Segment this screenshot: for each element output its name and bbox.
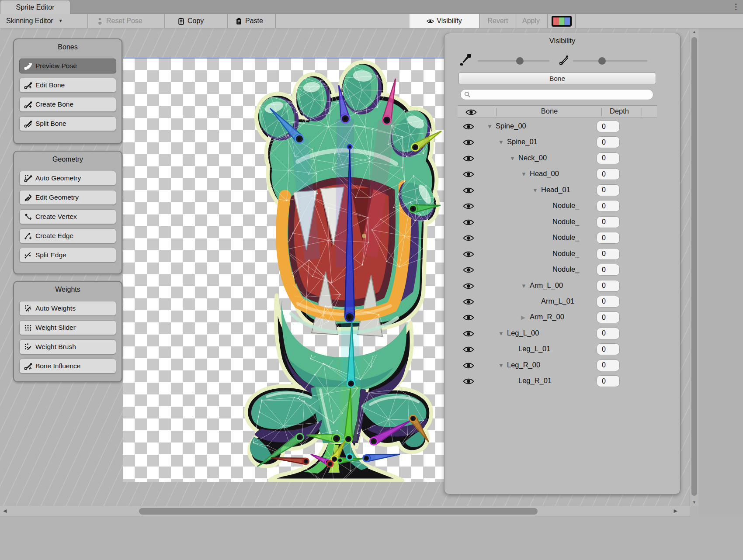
depth-input[interactable] [597, 360, 620, 371]
vertical-scrollbar-thumb[interactable] [691, 37, 697, 496]
visibility-eye-toggle[interactable] [463, 378, 474, 385]
foldout-open-icon[interactable]: ▼ [498, 362, 504, 369]
visibility-eye-toggle[interactable] [463, 314, 474, 321]
visibility-eye-toggle[interactable] [463, 298, 474, 305]
depth-input[interactable] [597, 136, 620, 148]
depth-input[interactable] [597, 184, 620, 196]
bone-name[interactable]: Spine_01 [507, 138, 538, 146]
foldout-open-icon[interactable]: ▼ [498, 330, 504, 337]
depth-input[interactable] [597, 152, 620, 164]
visibility-eye-toggle[interactable] [463, 266, 474, 273]
scroll-right-icon[interactable]: ▶ [674, 508, 677, 514]
apply-button[interactable]: Apply [516, 14, 546, 28]
visibility-eye-toggle[interactable] [463, 283, 474, 290]
vertical-scrollbar[interactable]: ▲ ▼ [690, 28, 698, 506]
edit-bone-button[interactable]: Edit Bone [19, 78, 116, 93]
bone-name[interactable]: Head_01 [541, 186, 570, 194]
weight-brush-button[interactable]: Weight Brush [19, 339, 116, 354]
visibility-eye-toggle[interactable] [463, 330, 474, 337]
bone-row-spine_00[interactable]: ▼Spine_00 [444, 119, 672, 135]
bone-row-arm_l_00[interactable]: ▼Arm_L_00 [444, 278, 672, 294]
depth-input[interactable] [597, 248, 620, 260]
tab-bone[interactable]: Bone [458, 73, 656, 84]
bone-row-head_01[interactable]: ▼Head_01 [444, 183, 672, 198]
bone-name[interactable]: Nodule_ [552, 218, 579, 226]
depth-input[interactable] [597, 121, 620, 132]
visibility-eye-toggle[interactable] [463, 139, 474, 146]
bone-row-spine_01[interactable]: ▼Spine_01 [444, 135, 672, 150]
split-bone-button[interactable]: Split Bone [19, 116, 116, 131]
bone-name[interactable]: Arm_L_00 [530, 281, 563, 290]
foldout-open-icon[interactable]: ▼ [510, 155, 515, 162]
foldout-open-icon[interactable]: ▼ [521, 171, 527, 177]
bone-name[interactable]: Neck_00 [518, 154, 547, 162]
bone-name[interactable]: Nodule_ [552, 233, 579, 242]
auto-weights-button[interactable]: Auto Weights [19, 301, 116, 316]
foldout-open-icon[interactable]: ▼ [487, 123, 493, 130]
depth-input[interactable] [597, 232, 620, 244]
foldout-closed-icon[interactable]: ▶ [521, 314, 525, 321]
bone-row-nodule_[interactable]: Nodule_ [444, 198, 672, 214]
edit-geometry-button[interactable]: Edit Geometry [19, 190, 116, 205]
bone-row-leg_l_00[interactable]: ▼Leg_L_00 [444, 326, 672, 342]
horizontal-scrollbar-thumb[interactable] [139, 508, 538, 515]
copy-button[interactable]: Copy [174, 14, 207, 28]
window-menu-icon[interactable]: ⋮ [732, 2, 740, 12]
depth-input[interactable] [597, 280, 620, 292]
bone-row-nodule_[interactable]: Nodule_ [444, 230, 672, 246]
bone-row-arm_r_00[interactable]: ▶Arm_R_00 [444, 310, 672, 325]
depth-input[interactable] [597, 296, 620, 308]
scroll-left-icon[interactable]: ◀ [3, 508, 7, 514]
bone-search-field[interactable] [460, 89, 653, 100]
bone-name[interactable]: Head_00 [530, 169, 559, 178]
visibility-eye-toggle[interactable] [463, 187, 474, 194]
visibility-eye-toggle[interactable] [463, 362, 474, 369]
bone-name[interactable]: Nodule_ [552, 201, 579, 210]
bone-row-nodule_[interactable]: Nodule_ [444, 262, 672, 278]
visibility-eye-toggle[interactable] [463, 155, 474, 162]
bone-row-nodule_[interactable]: Nodule_ [444, 246, 672, 262]
bone-name[interactable]: Leg_L_01 [518, 345, 550, 353]
bone-name[interactable]: Leg_L_00 [507, 329, 539, 337]
depth-input[interactable] [597, 375, 620, 387]
bone-row-leg_l_01[interactable]: Leg_L_01 [444, 342, 672, 357]
depth-input[interactable] [597, 311, 620, 323]
bone-row-head_00[interactable]: ▼Head_00 [444, 166, 672, 182]
depth-input[interactable] [597, 264, 620, 276]
bone-row-nodule_[interactable]: Nodule_ [444, 214, 672, 230]
sprite-canvas[interactable] [123, 58, 444, 482]
visibility-eye-toggle[interactable] [463, 123, 474, 130]
tab-sprite-editor[interactable]: Sprite Editor [0, 0, 70, 14]
depth-input[interactable] [597, 343, 620, 355]
mesh-opacity-slider-knob2[interactable] [598, 57, 606, 65]
mesh-opacity-slider-track2[interactable] [573, 60, 647, 62]
bone-name[interactable]: Arm_R_00 [530, 313, 564, 321]
skinning-editor-dropdown[interactable]: Skinning Editor ▼ [3, 14, 66, 28]
scroll-up-icon[interactable]: ▲ [690, 30, 698, 34]
visibility-toggle-button[interactable]: Visibility [410, 14, 479, 28]
visibility-eye-toggle[interactable] [463, 346, 474, 353]
bone-name[interactable]: Arm_L_01 [541, 297, 574, 305]
depth-input[interactable] [597, 168, 620, 180]
bone-opacity-slider-track[interactable] [478, 60, 549, 62]
bone-name[interactable]: Nodule_ [552, 249, 579, 258]
foldout-open-icon[interactable]: ▼ [532, 187, 538, 194]
visibility-eye-toggle[interactable] [463, 251, 474, 258]
horizontal-scrollbar[interactable]: ◀ ▶ [0, 506, 690, 516]
depth-input[interactable] [597, 200, 620, 212]
split-edge-button[interactable]: Split Edge [19, 248, 116, 263]
paste-button[interactable]: Paste [232, 14, 267, 28]
visibility-eye-toggle[interactable] [463, 203, 474, 210]
bone-influence-button[interactable]: Bone Influence [19, 359, 116, 373]
bone-name[interactable]: Leg_R_01 [518, 377, 552, 385]
bone-opacity-slider-knob[interactable] [516, 57, 524, 65]
visibility-eye-toggle[interactable] [463, 219, 474, 226]
bone-row-arm_l_01[interactable]: Arm_L_01 [444, 294, 672, 310]
search-input[interactable] [460, 89, 653, 100]
create-edge-button[interactable]: Create Edge [19, 228, 116, 243]
foldout-open-icon[interactable]: ▼ [521, 283, 527, 289]
preview-pose-button[interactable]: Preview Pose [19, 59, 116, 73]
auto-geometry-button[interactable]: Auto Geometry [19, 171, 116, 186]
sprite-color-button[interactable] [552, 16, 572, 27]
bone-row-leg_r_01[interactable]: Leg_R_01 [444, 373, 672, 389]
